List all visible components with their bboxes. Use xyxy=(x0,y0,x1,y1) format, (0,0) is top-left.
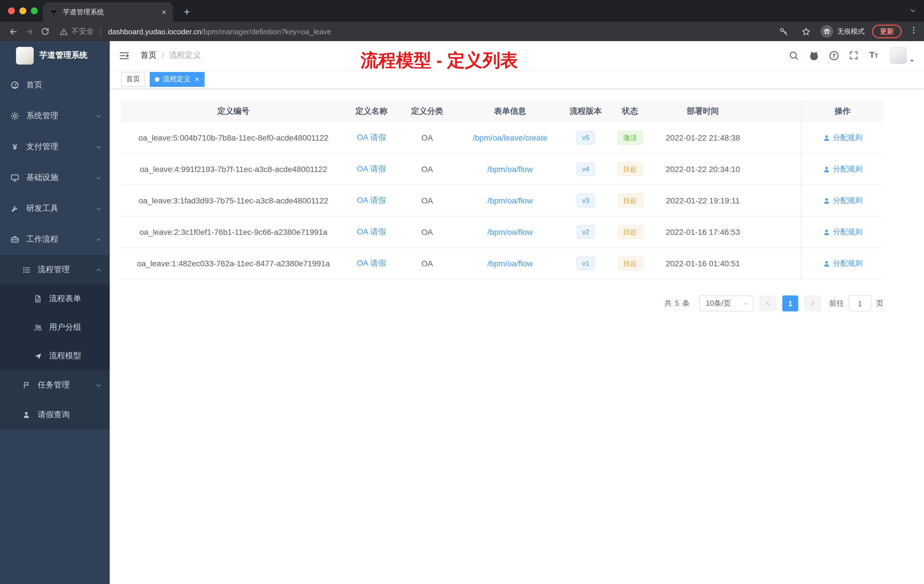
breadcrumb-current: 流程定义 xyxy=(169,50,201,61)
navbar: 首页 / 流程定义 ? xyxy=(110,41,924,70)
browser-menu-icon[interactable] xyxy=(909,26,918,37)
sidebar-item-label: 请假查询 xyxy=(38,410,102,420)
column-header-spacer xyxy=(754,101,801,122)
definition-name-link[interactable]: OA 请假 xyxy=(357,258,386,269)
sidebar-item-user-group[interactable]: 用户分组 xyxy=(0,313,110,342)
assign-rule-label: 分配规则 xyxy=(833,164,863,174)
font-size-icon[interactable]: TT xyxy=(868,50,879,61)
key-icon[interactable] xyxy=(776,24,791,39)
page-size-select[interactable]: 10条/页 xyxy=(700,295,754,312)
goto-page-input[interactable] xyxy=(848,295,871,312)
assign-rule-link[interactable]: 分配规则 xyxy=(823,227,863,237)
definition-category: OA xyxy=(397,185,457,216)
status-badge: 挂起 xyxy=(617,194,643,208)
definition-name-link[interactable]: OA 请假 xyxy=(357,227,386,237)
window-minimize-button[interactable] xyxy=(20,7,26,14)
sidebar-item-task-management[interactable]: 任务管理 xyxy=(0,370,110,400)
form-link[interactable]: /bpm/oa/flow xyxy=(487,228,533,237)
sidebar-item-infrastructure[interactable]: 基础设施 xyxy=(0,162,110,193)
next-page-button[interactable] xyxy=(804,295,821,312)
active-tag-dot xyxy=(155,77,159,81)
fullscreen-icon[interactable] xyxy=(848,50,860,61)
user-group-icon xyxy=(33,323,42,332)
tag-close-icon[interactable]: × xyxy=(195,76,199,83)
tags-view: 首页 流程定义 × xyxy=(110,70,924,89)
version-badge: v4 xyxy=(576,162,595,176)
assign-rule-label: 分配规则 xyxy=(833,195,863,206)
sidebar-item-dev-tools[interactable]: 研发工具 xyxy=(0,193,110,224)
sidebar-item-process-form[interactable]: 流程表单 xyxy=(0,285,110,313)
github-icon[interactable] xyxy=(808,50,819,61)
goto-label: 前往 xyxy=(829,298,844,308)
page-number-button[interactable]: 1 xyxy=(782,295,798,312)
sidebar-item-label: 流程管理 xyxy=(38,265,89,275)
assign-rule-link[interactable]: 分配规则 xyxy=(823,133,863,143)
hamburger-icon[interactable] xyxy=(118,49,130,62)
navbar-right-cluster: ? TT xyxy=(788,47,915,64)
back-button[interactable] xyxy=(6,24,21,39)
sidebar-menu: 首页 系统管理 ¥ 支付管理 xyxy=(0,70,110,584)
sidebar-item-label: 研发工具 xyxy=(26,203,89,214)
user-icon xyxy=(823,228,830,236)
tag-label: 首页 xyxy=(126,74,140,84)
user-icon xyxy=(823,134,830,142)
bookmark-star-icon[interactable] xyxy=(798,24,813,39)
tag-process-definition[interactable]: 流程定义 × xyxy=(150,72,204,87)
chrome-update-button[interactable]: 更新 xyxy=(872,25,902,38)
tab-search-chevron-icon[interactable] xyxy=(910,6,916,16)
version-badge: v3 xyxy=(576,194,595,208)
help-icon[interactable]: ? xyxy=(828,50,840,61)
search-icon[interactable] xyxy=(788,50,799,61)
window-close-button[interactable] xyxy=(8,7,15,14)
form-link[interactable]: /bpm/oa/flow xyxy=(487,259,533,268)
monitor-icon xyxy=(10,173,20,182)
logo-avatar xyxy=(16,46,34,64)
form-link[interactable]: /bpm/oa/leave/create xyxy=(473,133,548,142)
sidebar-item-payment-management[interactable]: ¥ 支付管理 xyxy=(0,132,110,162)
status-badge: 挂起 xyxy=(617,162,643,176)
sidebar-item-workflow[interactable]: 工作流程 xyxy=(0,224,110,255)
site-security-chip[interactable]: 不安全 xyxy=(59,26,94,36)
definition-category: OA xyxy=(397,248,457,279)
definition-name-link[interactable]: OA 请假 xyxy=(357,133,386,143)
url-divider xyxy=(101,27,101,36)
sidebar-item-home[interactable]: 首页 xyxy=(0,70,110,101)
definition-table: 定义编号 定义名称 定义分类 表单信息 流程版本 状态 部署时间 操作 oa_l… xyxy=(121,101,883,279)
definition-id: oa_leave:2:3c1f0ef1-76b1-11ec-9c66-a2380… xyxy=(121,216,346,247)
assign-rule-link[interactable]: 分配规则 xyxy=(823,164,863,174)
browser-toolbar: 不安全 dashboard.yudao.iocoder.cn/bpm/manag… xyxy=(0,22,924,41)
assign-rule-link[interactable]: 分配规则 xyxy=(823,195,863,206)
table-row: oa_leave:3:1fad3d93-7b75-11ec-a3c8-acde4… xyxy=(121,185,883,216)
sidebar-item-process-management[interactable]: 流程管理 xyxy=(0,255,110,285)
new-tab-button[interactable]: + xyxy=(180,5,194,20)
svg-text:?: ? xyxy=(832,52,835,59)
sidebar-logo: 芋道管理系统 xyxy=(0,41,110,70)
sidebar-item-system-management[interactable]: 系统管理 xyxy=(0,101,110,132)
breadcrumb-home[interactable]: 首页 xyxy=(140,50,157,61)
form-link[interactable]: /bpm/oa/flow xyxy=(487,196,533,205)
definition-name-link[interactable]: OA 请假 xyxy=(357,195,386,206)
window-zoom-button[interactable] xyxy=(31,7,38,14)
definition-name-link[interactable]: OA 请假 xyxy=(357,164,386,174)
form-link[interactable]: /bpm/oa/flow xyxy=(487,165,533,174)
address-bar[interactable]: dashboard.yudao.iocoder.cn/bpm/manager/d… xyxy=(108,27,331,36)
sidebar-item-leave-query[interactable]: 请假查询 xyxy=(0,400,110,430)
tag-home[interactable]: 首页 xyxy=(121,72,145,87)
reload-button[interactable] xyxy=(38,24,53,39)
toolbar-right-cluster: 无痕模式 更新 xyxy=(776,24,918,39)
sidebar-item-process-model[interactable]: 流程模型 xyxy=(0,342,110,370)
incognito-icon xyxy=(820,25,833,38)
chevron-down-icon xyxy=(96,113,102,119)
browser-tab[interactable]: 芋道管理系统 × xyxy=(43,2,173,22)
prev-page-button[interactable] xyxy=(759,295,777,312)
version-badge: v5 xyxy=(576,131,595,145)
pagination-total: 共 5 条 xyxy=(664,298,690,308)
tab-close-icon[interactable]: × xyxy=(159,7,168,16)
table-row: oa_leave:1:482ec033-762a-11ec-8477-a2380… xyxy=(121,248,883,279)
sidebar-item-label: 基础设施 xyxy=(26,173,89,183)
user-avatar-menu[interactable] xyxy=(890,47,915,64)
version-badge: v1 xyxy=(576,257,595,270)
forward-button[interactable] xyxy=(22,24,36,39)
column-header: 定义名称 xyxy=(346,101,397,122)
assign-rule-link[interactable]: 分配规则 xyxy=(823,258,863,269)
